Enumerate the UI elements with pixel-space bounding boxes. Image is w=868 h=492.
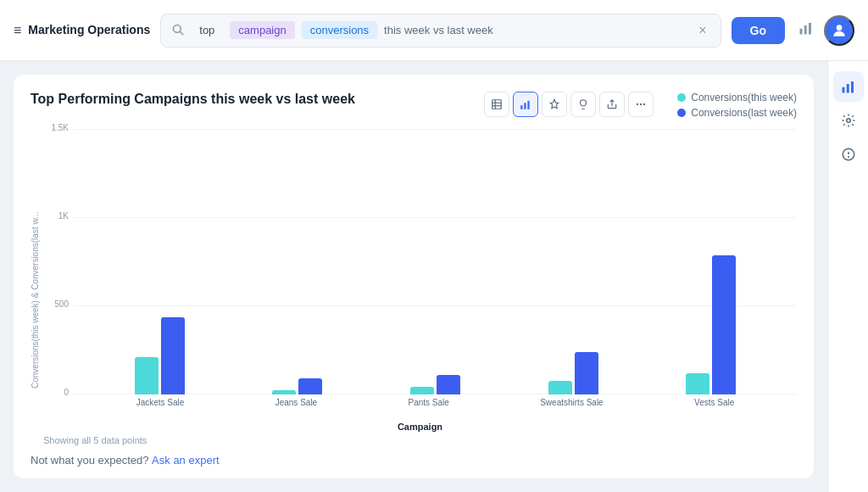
legend-item-this-week: Conversions(this week) [677,92,797,103]
svg-rect-18 [851,81,854,93]
toolbar-bar-button[interactable] [513,92,538,117]
svg-rect-16 [842,87,844,93]
search-tag-conversions: conversions [302,21,377,39]
x-axis-label: Sweatshirts Sale [540,394,603,420]
chart-title: Top Performing Campaigns this week vs la… [31,92,355,107]
logo-icon: ≡ [14,23,21,38]
sidebar-settings-button[interactable] [833,105,864,136]
svg-point-5 [837,25,843,31]
content-area: Top Performing Campaigns this week vs la… [0,61,827,492]
legend-dot-this-week [677,93,686,102]
x-axis-title: Campaign [43,422,797,432]
bar-group [548,352,598,394]
legend-dot-last-week [677,109,686,117]
svg-rect-10 [520,105,522,109]
chart-container: Conversions(this week) & Conversions(las… [31,129,797,445]
ask-expert-link[interactable]: Ask an expert [152,454,220,467]
chart-footer: Showing all 5 data points [43,435,797,445]
bar-pair [135,317,185,394]
bar-group [410,375,460,394]
svg-point-14 [640,103,642,105]
svg-point-19 [846,119,850,123]
toolbar-table-button[interactable] [484,92,509,117]
bar-pair [548,352,598,394]
toolbar-pin-button[interactable] [542,92,567,117]
grid-label-1000: 1K [43,211,69,221]
search-tag-top: top [191,21,223,39]
svg-rect-6 [492,100,502,109]
bar-last-week [161,317,185,394]
bar-last-week [437,375,460,394]
bar-last-week [298,378,322,394]
svg-point-15 [643,103,645,105]
chart-card: Top Performing Campaigns this week vs la… [14,75,814,478]
x-axis: Jackets SaleJeans SalePants SaleSweatshi… [74,394,797,420]
svg-point-13 [637,103,638,105]
chart-toolbar [484,92,654,117]
go-button[interactable]: Go [732,17,785,44]
search-query: this week vs last week [384,24,688,36]
grid-label-500: 500 [43,299,69,309]
legend-item-last-week: Conversions(last week) [677,107,797,119]
user-avatar-button[interactable] [824,15,854,46]
y-axis-label: Conversions(this week) & Conversions(las… [31,129,40,445]
search-bar[interactable]: top campaign conversions this week vs la… [160,14,721,48]
feedback-label: Not what you expected? [31,454,148,467]
search-icon [171,23,184,38]
sidebar-chart-button[interactable] [833,71,864,102]
feedback-bar: Not what you expected? Ask an expert [31,454,797,467]
main-layout: Top Performing Campaigns this week vs la… [0,61,868,492]
legend-label-last-week: Conversions(last week) [691,107,797,119]
app-name: Marketing Operations [28,23,150,37]
svg-rect-3 [804,25,807,35]
x-axis-label: Jackets Sale [136,394,185,420]
bar-chart-icon-button[interactable] [795,17,817,43]
bar-pair [272,378,322,394]
bar-this-week [548,381,572,394]
legend-label-this-week: Conversions(this week) [691,92,797,103]
x-axis-label: Pants Sale [409,394,449,420]
svg-rect-11 [525,103,526,109]
x-axis-label: Vests Sale [694,394,734,420]
bar-last-week [575,352,598,394]
chart-plot: 1.5K 1K 500 0 [43,129,797,420]
clear-search-button[interactable]: × [695,21,709,40]
chart-inner: 1.5K 1K 500 0 [43,129,797,445]
chart-header: Top Performing Campaigns this week vs la… [31,92,797,119]
svg-rect-2 [800,29,803,35]
bar-this-week [686,373,709,394]
right-sidebar [827,61,868,492]
logo-area: ≡ Marketing Operations [14,23,150,38]
bar-pair [686,255,736,394]
search-tag-campaign: campaign [230,21,294,39]
bar-last-week [712,255,736,394]
grid-label-0: 0 [43,388,69,397]
bar-this-week [135,357,159,394]
svg-rect-4 [809,23,811,35]
bar-group [135,317,185,394]
grid-label-1500: 1.5K [43,123,69,132]
toolbar-share-button[interactable] [599,92,625,117]
svg-rect-12 [528,101,530,109]
bar-pair [410,375,460,394]
sidebar-info-button[interactable] [833,139,864,170]
header: ≡ Marketing Operations top campaign conv… [0,0,868,61]
bar-group [272,378,322,394]
svg-line-1 [181,31,183,34]
bar-this-week [410,387,434,394]
bar-group [686,255,736,394]
chart-legend: Conversions(this week) Conversions(last … [677,92,797,119]
toolbar-bulb-button[interactable] [570,92,596,117]
svg-rect-17 [846,84,849,93]
bars-area [74,129,797,394]
x-axis-label: Jeans Sale [275,394,317,420]
svg-point-22 [848,157,849,158]
header-icons [795,15,854,46]
toolbar-more-button[interactable] [628,92,654,117]
